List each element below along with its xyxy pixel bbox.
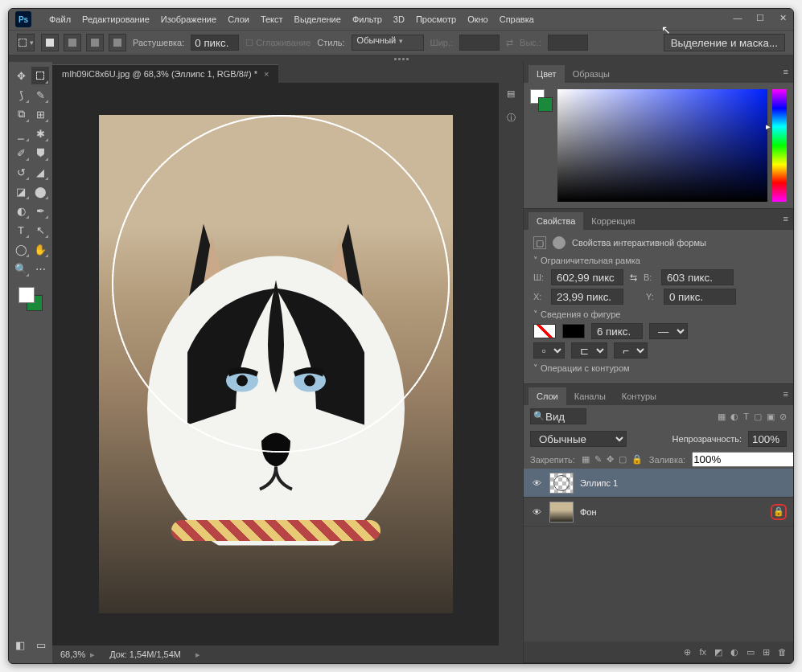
minimize-button[interactable]: —: [732, 12, 743, 23]
canvas-viewport[interactable]: [52, 83, 499, 645]
menu-редактирование[interactable]: Редактирование: [77, 13, 154, 26]
filter-pixel-icon[interactable]: ▦: [718, 412, 726, 422]
panel-color-swatch[interactable]: [530, 89, 553, 112]
layer-thumbnail[interactable]: [549, 473, 574, 494]
tab-adjustments[interactable]: Коррекция: [583, 212, 643, 230]
select-and-mask-button[interactable]: Выделение и маска...: [664, 34, 785, 51]
panel-menu-icon[interactable]: ≡: [783, 214, 788, 223]
bbox-section[interactable]: ˅ Ограничительная рамка: [533, 256, 783, 266]
status-more-icon[interactable]: ▸: [195, 649, 200, 660]
opacity-input[interactable]: [748, 431, 787, 447]
eyedropper-tool[interactable]: ⎯: [12, 125, 30, 142]
dodge-tool[interactable]: ◐: [12, 202, 30, 219]
lock-transparency-icon[interactable]: ▦: [582, 454, 590, 465]
tab-layers[interactable]: Слои: [528, 387, 566, 405]
type-tool[interactable]: T: [12, 221, 30, 239]
y-value[interactable]: [664, 289, 736, 305]
stroke-corners-select[interactable]: ⌐: [614, 342, 648, 359]
document-tab[interactable]: mIh09iC8x6U.jpg @ 68,3% (Эллипс 1, RGB/8…: [52, 64, 278, 83]
link-layers-icon[interactable]: ⊕: [684, 647, 691, 658]
stamp-tool[interactable]: ⛊: [31, 144, 49, 162]
quick-select-tool[interactable]: ✎: [31, 86, 49, 104]
lock-artboard-icon[interactable]: ▢: [619, 454, 627, 465]
lasso-tool[interactable]: ⟆: [12, 86, 30, 104]
healing-tool[interactable]: ✱: [31, 125, 49, 142]
layer-mask-icon[interactable]: ◩: [714, 647, 722, 658]
selection-intersect-icon[interactable]: [109, 34, 126, 51]
menu-3d[interactable]: 3D: [389, 13, 409, 26]
tab-swatches[interactable]: Образцы: [565, 65, 618, 83]
menu-текст[interactable]: Текст: [256, 13, 288, 26]
frame-tool[interactable]: ⊞: [31, 105, 49, 123]
stroke-align-select[interactable]: ▫: [533, 342, 565, 359]
color-field[interactable]: ▸: [557, 89, 767, 202]
menu-выделение[interactable]: Выделение: [290, 13, 346, 26]
close-button[interactable]: ✕: [777, 12, 788, 23]
link-wh-icon[interactable]: ⇆: [630, 272, 637, 283]
layer-group-icon[interactable]: ▭: [746, 647, 755, 658]
menu-фильтр[interactable]: Фильтр: [348, 13, 387, 26]
move-tool[interactable]: ✥: [12, 67, 30, 84]
maximize-button[interactable]: ☐: [755, 12, 766, 23]
hand-tool[interactable]: ✋: [31, 240, 49, 258]
brush-tool[interactable]: ✐: [12, 144, 30, 162]
visibility-eye-icon[interactable]: 👁: [530, 478, 543, 488]
history-brush-tool[interactable]: ↺: [12, 163, 30, 181]
hue-slider[interactable]: [772, 89, 787, 202]
zoom-tool[interactable]: 🔍: [12, 260, 30, 277]
selection-subtract-icon[interactable]: [86, 34, 104, 51]
marquee-tool[interactable]: [31, 67, 49, 84]
adjustment-layer-icon[interactable]: ◐: [730, 647, 738, 658]
menu-просмотр[interactable]: Просмотр: [411, 13, 461, 26]
lock-icon[interactable]: 🔒: [771, 504, 787, 520]
shape-tool[interactable]: ◯: [12, 240, 30, 258]
filter-adjust-icon[interactable]: ◐: [730, 412, 738, 422]
fill-swatch[interactable]: [533, 324, 556, 338]
feather-input[interactable]: [191, 35, 239, 51]
stroke-style-select[interactable]: —: [649, 323, 688, 339]
menu-изображение[interactable]: Изображение: [156, 13, 221, 26]
blur-tool[interactable]: ⬤: [31, 182, 49, 200]
filter-toggle-icon[interactable]: ⊘: [779, 412, 787, 422]
blend-mode-select[interactable]: Обычные: [530, 431, 627, 447]
gradient-tool[interactable]: ◪: [12, 182, 30, 200]
path-select-tool[interactable]: ↖: [31, 221, 49, 239]
tool-preset-dropdown[interactable]: [17, 34, 35, 51]
color-swatches[interactable]: [17, 285, 44, 313]
crop-tool[interactable]: ⧉: [12, 105, 30, 123]
tab-paths[interactable]: Контуры: [614, 387, 664, 405]
quickmask-icon[interactable]: ◧: [11, 636, 29, 654]
new-layer-icon[interactable]: ⊞: [763, 647, 770, 658]
filter-smart-icon[interactable]: ▣: [767, 412, 775, 422]
x-value[interactable]: [551, 289, 623, 305]
width-value[interactable]: [551, 269, 623, 285]
fill-input[interactable]: [692, 452, 794, 467]
panel-menu-icon[interactable]: ≡: [783, 389, 788, 399]
tab-channels[interactable]: Каналы: [566, 387, 614, 405]
shape-section[interactable]: ˅ Сведения о фигуре: [533, 309, 783, 320]
panel-menu-icon[interactable]: ≡: [783, 67, 788, 76]
lock-position-icon[interactable]: ✥: [607, 454, 614, 465]
menu-файл[interactable]: Файл: [44, 13, 76, 26]
filter-shape-icon[interactable]: ▢: [754, 412, 762, 422]
layer-name[interactable]: Фон: [580, 507, 764, 517]
filter-type-icon[interactable]: T: [743, 412, 749, 422]
screenmode-icon[interactable]: ▭: [32, 636, 50, 654]
close-tab-icon[interactable]: ×: [264, 69, 269, 79]
style-select[interactable]: Обычный: [352, 35, 424, 51]
tab-properties[interactable]: Свойства: [528, 212, 583, 230]
layer-thumbnail[interactable]: [549, 502, 574, 522]
pen-tool[interactable]: ✒: [31, 202, 49, 219]
stroke-caps-select[interactable]: ⊏: [571, 342, 607, 359]
lock-paint-icon[interactable]: ✎: [594, 454, 602, 465]
pathops-section[interactable]: ˅ Операции с контуром: [533, 363, 783, 374]
edit-toolbar-button[interactable]: ⋯: [31, 260, 49, 277]
zoom-level[interactable]: 68,3%: [60, 649, 95, 660]
layer-fx-icon[interactable]: fx: [699, 647, 706, 657]
layer-name[interactable]: Эллипс 1: [580, 478, 787, 488]
eraser-tool[interactable]: ◢: [31, 163, 49, 181]
stroke-swatch[interactable]: [562, 324, 585, 338]
lock-all-icon[interactable]: 🔒: [631, 454, 643, 465]
height-value[interactable]: [661, 269, 734, 285]
history-panel-icon[interactable]: ▤: [504, 86, 518, 100]
